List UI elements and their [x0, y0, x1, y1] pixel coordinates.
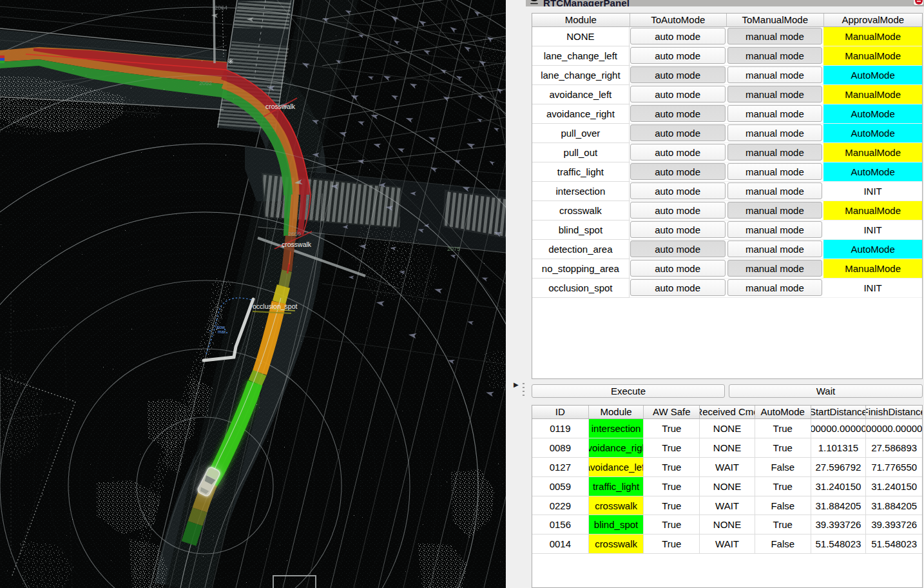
svg-text:2059: 2059 [288, 231, 301, 237]
svg-text:slow: slow [217, 325, 225, 329]
svg-text:occlusion_spot: occlusion_spot [253, 302, 298, 310]
svg-text:crosswalk: crosswalk [282, 240, 312, 248]
svg-text:crosswalk: crosswalk [265, 103, 296, 110]
svg-text:max: max [218, 329, 226, 334]
svg-text:2075: 2075 [447, 246, 460, 252]
svg-text:2064: 2064 [215, 5, 227, 11]
svg-text:2052: 2052 [199, 80, 212, 86]
